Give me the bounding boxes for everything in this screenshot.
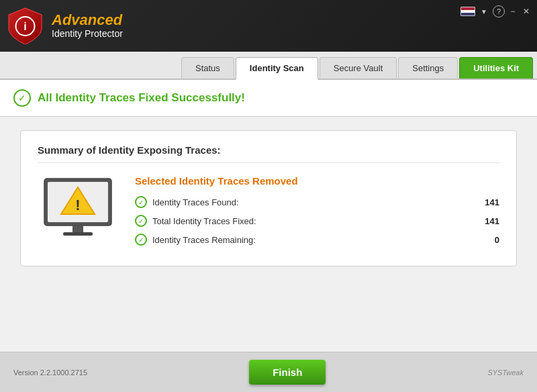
app-title-advanced: Advanced (52, 12, 123, 28)
logo-shield: i (7, 7, 44, 46)
stat-value-found: 141 (473, 197, 499, 207)
tab-utilities-kit[interactable]: Utilities Kit (459, 57, 533, 79)
stat-label-remaining: Identity Traces Remaining: (152, 235, 467, 245)
tab-settings[interactable]: Settings (398, 57, 458, 79)
svg-rect-6 (72, 226, 83, 232)
minimize-button[interactable]: − (507, 6, 518, 17)
stat-label-found: Identity Traces Found: (152, 197, 467, 207)
svg-text:!: ! (75, 197, 80, 213)
summary-box: Summary of Identity Exposing Traces: ! (20, 130, 517, 266)
help-button[interactable]: ? (493, 5, 505, 17)
stat-check-remaining: ✓ (135, 234, 147, 246)
footer: Version 2.2.1000.2715 Finish SYSTweak (0, 352, 537, 392)
svg-rect-7 (63, 232, 93, 236)
summary-inner: ! Selected Identity Traces Removed ✓ Ide… (38, 175, 499, 252)
tab-secure-vault[interactable]: Secure Vault (320, 57, 397, 79)
stat-value-fixed: 141 (473, 216, 499, 226)
stat-row-remaining: ✓ Identity Traces Remaining: 0 (135, 234, 499, 246)
tab-identity-scan[interactable]: Identity Scan (236, 57, 318, 80)
success-text: All Identity Traces Fixed Successfully! (38, 91, 245, 105)
systweak-brand: SYSTweak (487, 369, 524, 377)
stat-row-found: ✓ Identity Traces Found: 141 (135, 196, 499, 208)
success-check-icon: ✓ (13, 89, 31, 107)
tab-status[interactable]: Status (181, 57, 234, 79)
summary-title: Summary of Identity Exposing Traces: (38, 144, 499, 163)
monitor-icon: ! (38, 175, 118, 242)
app-title-subtitle: Identity Protector (52, 28, 123, 40)
stats-section: Selected Identity Traces Removed ✓ Ident… (135, 175, 499, 252)
title-bar-controls: ▼ ? − ✕ (460, 5, 532, 17)
stat-label-fixed: Total Identity Traces Fixed: (152, 216, 467, 226)
stat-check-fixed: ✓ (135, 215, 147, 227)
svg-text:i: i (23, 21, 26, 32)
stat-value-remaining: 0 (473, 235, 499, 245)
monitor-container: ! (38, 175, 118, 245)
logo-container: i Advanced Identity Protector (7, 7, 123, 46)
nav-bar: Status Identity Scan Secure Vault Settin… (0, 52, 537, 80)
result-title: Selected Identity Traces Removed (135, 175, 499, 187)
chevron-down-icon[interactable]: ▼ (478, 7, 490, 17)
close-button[interactable]: ✕ (521, 6, 532, 17)
flag-icon (460, 7, 475, 16)
title-bar: i Advanced Identity Protector ▼ ? − ✕ (0, 0, 537, 52)
version-text: Version 2.2.1000.2715 (13, 369, 87, 377)
main-content: ✓ All Identity Traces Fixed Successfully… (0, 80, 537, 371)
finish-button[interactable]: Finish (249, 360, 326, 385)
app-title: Advanced Identity Protector (52, 12, 123, 40)
stat-row-fixed: ✓ Total Identity Traces Fixed: 141 (135, 215, 499, 227)
summary-area: Summary of Identity Exposing Traces: ! (0, 117, 537, 280)
stat-check-found: ✓ (135, 196, 147, 208)
success-banner: ✓ All Identity Traces Fixed Successfully… (0, 80, 537, 117)
